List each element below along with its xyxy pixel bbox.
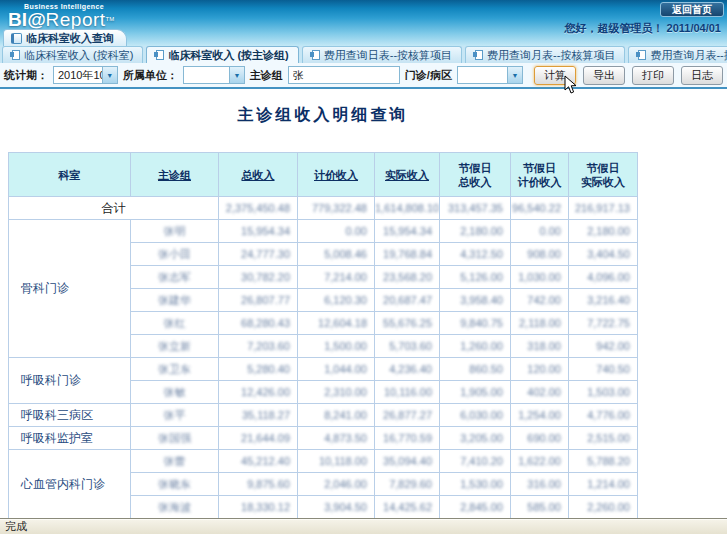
value-cell: 5,008.46 [298,243,375,266]
value-cell: 9,840.75 [440,312,511,335]
group-cell: 张建华 [131,289,219,312]
value-cell: 35,118.27 [219,404,298,427]
report-book-icon [11,33,22,44]
value-cell: 316.00 [511,473,569,496]
unit-label: 所属单位： [123,68,178,83]
col-header-2[interactable]: 总收入 [219,153,298,197]
value-cell: 2,515.00 [569,427,638,450]
value-cell: 4,873.50 [298,427,375,450]
group-label: 主诊组 [250,68,283,83]
col-header-5: 节假日 总收入 [440,153,511,197]
group-input[interactable] [288,66,400,84]
tab-1[interactable]: 临床科室收入 (按主诊组) [146,46,298,63]
chevron-down-icon[interactable]: ▼ [507,67,522,83]
page-icon [638,50,646,60]
at-icon: @ [27,9,46,30]
value-cell: 3,216.40 [569,289,638,312]
col-header-label: 计价收入 [314,169,358,181]
group-cell: 张敏 [131,381,219,404]
value-cell: 1,254.00 [511,404,569,427]
log-button[interactable]: 日志 [681,66,723,85]
value-cell: 7,203.60 [219,335,298,358]
tab-label: 临床科室收入 (按主诊组) [168,48,288,63]
tab-label: 费用查询月表--按核算项目 [487,48,615,63]
clinic-label: 门诊/病区 [405,68,452,83]
primary-tab-label: 临床科室收入查询 [26,31,114,46]
value-cell: 1,260.00 [440,335,511,358]
period-select[interactable]: 2010年10月 ▼ [53,66,118,84]
page-icon [12,50,20,60]
col-header-1[interactable]: 主诊组 [131,153,219,197]
col-header-label: 节假日 实际收入 [581,162,625,188]
print-button[interactable]: 打印 [632,66,674,85]
value-cell: 9,875.60 [219,473,298,496]
clinic-select[interactable]: ▼ [457,66,523,84]
tab-label: 费用查询月表--按科室 [650,48,727,63]
value-cell: 7,829.60 [375,473,440,496]
return-home-button[interactable]: 返回首页 [660,2,724,17]
tab-2[interactable]: 费用查询日表--按核算项目 [302,46,462,63]
primary-tab-income-query[interactable]: 临床科室收入查询 [3,29,127,46]
value-cell: 402.00 [511,381,569,404]
group-cell: 张国强 [131,427,219,450]
group-cell: 张蕾 [131,450,219,473]
unit-select[interactable]: ▼ [183,66,245,84]
value-cell: 5,788.20 [569,450,638,473]
value-cell: 1,905.00 [440,381,511,404]
value-cell: 10,116.00 [375,381,440,404]
page-icon [312,50,320,60]
value-cell: 120.00 [511,358,569,381]
group-cell: 张明 [131,220,219,243]
value-cell: 4,776.00 [569,404,638,427]
value-cell: 2,260.00 [569,496,638,519]
chevron-down-icon[interactable]: ▼ [229,67,244,83]
report-content: 主诊组收入明细查询 科室主诊组总收入计价收入实际收入节假日 总收入节假日 计价收… [0,105,727,519]
value-cell: 908.00 [511,243,569,266]
income-detail-table: 科室主诊组总收入计价收入实际收入节假日 总收入节假日 计价收入节假日 实际收入 … [8,152,638,519]
value-cell: 860.50 [440,358,511,381]
value-cell: 68,280.43 [219,312,298,335]
value-cell: 0.00 [511,220,569,243]
group-cell: 张志军 [131,266,219,289]
group-cell: 张平 [131,404,219,427]
value-cell: 10,118.00 [298,450,375,473]
group-cell: 张小田 [131,243,219,266]
tab-4[interactable]: 费用查询月表--按科室 [628,46,727,63]
value-cell: 35,094.40 [375,450,440,473]
value-cell: 2,046.00 [298,473,375,496]
value-cell: 5,703.60 [375,335,440,358]
value-cell: 15,954.34 [219,220,298,243]
status-text: 完成 [5,520,27,532]
value-cell: 318.00 [511,335,569,358]
value-cell: 26,807.77 [219,289,298,312]
value-cell: 3,904.50 [298,496,375,519]
tab-0[interactable]: 临床科室收入 (按科室) [2,46,143,63]
dept-cell: 呼吸科三病区 [9,404,131,427]
value-cell: 2,118.00 [511,312,569,335]
tab-3[interactable]: 费用查询月表--按核算项目 [465,46,625,63]
value-cell: 7,410.20 [440,450,511,473]
tab-label: 费用查询日表--按核算项目 [324,48,452,63]
dept-cell: 呼吸科门诊 [9,358,131,404]
col-header-label: 总收入 [242,169,275,181]
value-cell: 14,425.62 [375,496,440,519]
calculate-button[interactable]: 计算 [534,66,576,85]
period-label: 统计期： [4,68,48,83]
bi-report-logo: Business Intelligence BI@ReportTM [8,3,114,29]
chevron-down-icon[interactable]: ▼ [102,67,117,83]
value-cell: 1,030.00 [511,266,569,289]
col-header-3[interactable]: 计价收入 [298,153,375,197]
col-header-0: 科室 [9,153,131,197]
dept-cell: 心血管内科门诊 [9,450,131,519]
status-bar: 完成 [0,518,727,534]
export-button[interactable]: 导出 [583,66,625,85]
value-cell: 26,877.27 [375,404,440,427]
tab-label: 临床科室收入 (按科室) [24,48,133,63]
group-cell: 张立新 [131,335,219,358]
col-header-4[interactable]: 实际收入 [375,153,440,197]
value-cell: 313,457.35 [440,197,511,220]
value-cell: 2,310.00 [298,381,375,404]
value-cell: 6,120.30 [298,289,375,312]
value-cell: 1,530.00 [440,473,511,496]
value-cell: 585.00 [511,496,569,519]
